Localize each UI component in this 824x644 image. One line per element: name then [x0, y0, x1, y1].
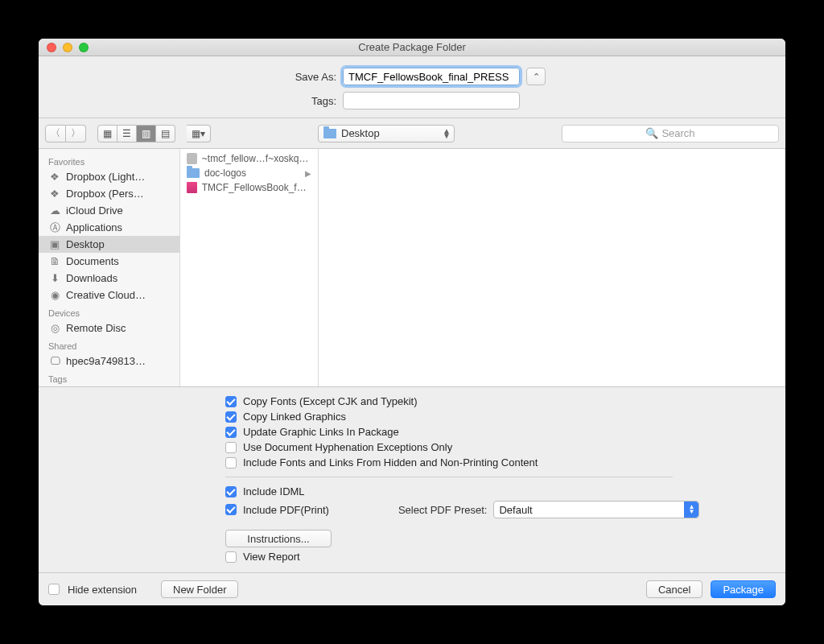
view-report-checkbox[interactable]: [225, 551, 237, 563]
file-name: TMCF_FellowsBook_f1.indd: [202, 182, 311, 193]
sidebar-header: Tags: [39, 369, 179, 386]
sidebar-item-label: Documents: [66, 255, 119, 267]
hidden-content-label: Include Fonts and Links From Hidden and …: [243, 456, 538, 469]
sidebar-header: Devices: [39, 303, 179, 320]
sidebar-item-label: iCloud Drive: [66, 204, 123, 217]
pdf-preset-label: Select PDF Preset:: [398, 504, 488, 516]
sidebar-item[interactable]: ☁iCloud Drive: [39, 202, 179, 219]
sidebar-item[interactable]: ▣Desktop: [39, 236, 179, 253]
back-button[interactable]: 〈: [45, 125, 66, 142]
new-folder-button[interactable]: New Folder: [161, 580, 238, 598]
sidebar-item-label: hpec9a749813…: [66, 355, 146, 367]
chevron-right-icon: 〉: [71, 126, 80, 140]
gallery-icon: ▤: [161, 128, 170, 139]
list-view-button[interactable]: ☰: [117, 125, 137, 142]
sidebar-item[interactable]: ◎Remote Disc: [39, 320, 179, 336]
coverflow-view-button[interactable]: ▤: [156, 125, 175, 142]
file-row[interactable]: ~tmcf_fellow…f~xoskqe.idlk: [180, 151, 318, 166]
list-icon: ☰: [122, 128, 131, 139]
sidebar-item-label: Remote Disc: [66, 322, 126, 334]
titlebar: Create Package Folder: [39, 39, 785, 56]
tags-input[interactable]: [343, 92, 520, 109]
indd-icon: [187, 182, 197, 193]
view-switcher: ▦ ☰ ▥ ▤: [97, 125, 175, 142]
sidebar-item[interactable]: ❖Dropbox (Pers…: [39, 185, 179, 202]
sidebar-item[interactable]: ❖Dropbox (Light…: [39, 168, 179, 185]
sidebar-item[interactable]: 🖵hpec9a749813…: [39, 353, 179, 369]
save-as-input[interactable]: [343, 68, 520, 85]
pdf-preset-value: Default: [499, 504, 532, 516]
hide-extension-label: Hide extension: [68, 584, 137, 596]
include-idml-checkbox[interactable]: [225, 486, 237, 497]
location-popup[interactable]: Desktop ▲▼: [318, 125, 455, 142]
file-row[interactable]: doc-logos▶: [180, 166, 318, 180]
grid-icon: ▦: [103, 128, 112, 139]
window-title: Create Package Folder: [39, 41, 785, 53]
desktop-icon: ▣: [48, 238, 61, 250]
expand-browser-button[interactable]: ⌃: [526, 68, 546, 85]
file-column: ~tmcf_fellow…f~xoskqe.idlkdoc-logos▶TMCF…: [180, 149, 319, 386]
pdf-preset-select[interactable]: Default ▲▼: [493, 501, 699, 518]
icon-view-button[interactable]: ▦: [97, 125, 117, 142]
updown-icon: ▲▼: [684, 502, 698, 518]
file-browser: Favorites❖Dropbox (Light…❖Dropbox (Pers……: [39, 149, 785, 387]
columns-icon: ▥: [142, 128, 150, 139]
lock-icon: [187, 153, 197, 164]
sidebar-item[interactable]: ⒶApplications: [39, 219, 179, 236]
divider: [225, 477, 673, 477]
hide-extension-checkbox[interactable]: [48, 584, 60, 595]
copy-graphics-label: Copy Linked Graphics: [243, 411, 346, 423]
file-column-empty: [319, 149, 785, 386]
sidebar-item[interactable]: ◉Creative Cloud…: [39, 287, 179, 303]
disc-icon: ◎: [48, 322, 61, 334]
sidebar-header: Shared: [39, 336, 179, 353]
search-placeholder: Search: [661, 127, 694, 139]
search-icon: 🔍: [645, 127, 658, 139]
arrange-button[interactable]: ▦▾: [187, 125, 211, 142]
instructions-button[interactable]: Instructions...: [225, 530, 332, 547]
update-links-checkbox[interactable]: [225, 427, 237, 438]
forward-button[interactable]: 〉: [66, 125, 86, 142]
hyphenation-checkbox[interactable]: [225, 442, 237, 453]
package-button[interactable]: Package: [711, 580, 776, 598]
hyphenation-label: Use Document Hyphenation Exceptions Only: [243, 441, 452, 453]
copy-fonts-label: Copy Fonts (Except CJK and Typekit): [243, 395, 418, 407]
dropbox-icon: ❖: [48, 188, 61, 200]
folder-icon: [323, 129, 336, 138]
column-view-button[interactable]: ▥: [137, 125, 156, 142]
chevron-right-icon: ▶: [305, 169, 311, 178]
search-field[interactable]: 🔍 Search: [562, 125, 779, 142]
sidebar-item-label: Desktop: [66, 238, 105, 250]
chevron-up-icon: ⌃: [533, 72, 540, 82]
sidebar-item-label: Dropbox (Pers…: [66, 188, 144, 200]
nav-buttons: 〈 〉: [45, 125, 86, 142]
sidebar-header: Favorites: [39, 152, 179, 168]
cancel-button[interactable]: Cancel: [646, 580, 702, 598]
hidden-content-checkbox[interactable]: [225, 457, 237, 469]
copy-fonts-checkbox[interactable]: [225, 396, 237, 407]
sidebar-item-label: Downloads: [66, 272, 117, 284]
sidebar-item[interactable]: ⬇Downloads: [39, 270, 179, 287]
location-label: Desktop: [341, 127, 380, 139]
copy-graphics-checkbox[interactable]: [225, 411, 237, 423]
tags-label: Tags:: [39, 95, 336, 107]
sidebar: Favorites❖Dropbox (Light…❖Dropbox (Pers……: [39, 149, 180, 386]
apps-icon: Ⓐ: [48, 221, 61, 233]
doc-icon: 🗎: [48, 255, 61, 267]
include-pdf-label: Include PDF(Print): [243, 504, 329, 516]
sidebar-item[interactable]: Red: [39, 386, 179, 386]
save-as-label: Save As:: [39, 71, 336, 83]
include-pdf-checkbox[interactable]: [225, 504, 237, 515]
view-report-label: View Report: [243, 551, 300, 563]
sidebar-item[interactable]: 🗎Documents: [39, 253, 179, 270]
updown-icon: ▲▼: [443, 129, 451, 138]
file-row[interactable]: TMCF_FellowsBook_f1.indd: [180, 180, 318, 195]
include-idml-label: Include IDML: [243, 485, 305, 497]
save-area: Save As: ⌃ Tags:: [39, 56, 785, 118]
sidebar-item-label: Creative Cloud…: [66, 289, 146, 301]
download-icon: ⬇: [48, 272, 61, 284]
file-name: ~tmcf_fellow…f~xoskqe.idlk: [202, 153, 311, 164]
dialog-footer: Hide extension New Folder Cancel Package: [39, 573, 785, 605]
package-options: Copy Fonts (Except CJK and Typekit) Copy…: [39, 387, 785, 573]
dropbox-icon: ❖: [48, 171, 61, 183]
